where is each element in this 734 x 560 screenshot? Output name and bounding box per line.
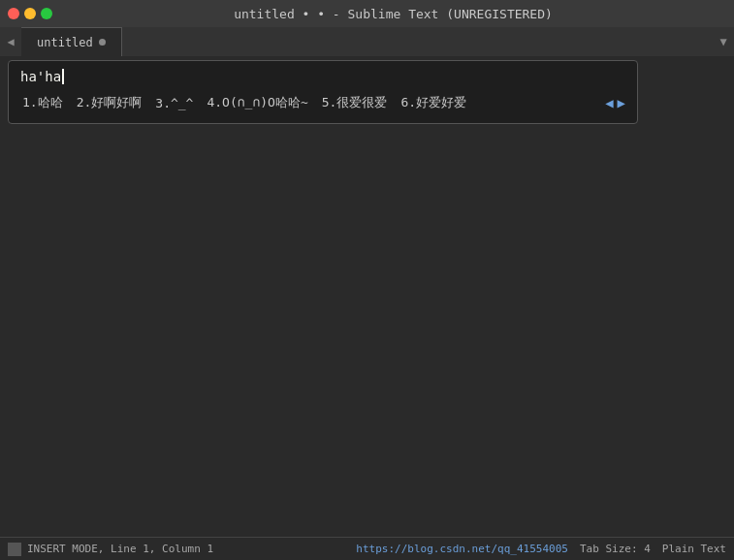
close-button[interactable] xyxy=(8,8,19,19)
autocomplete-next-button[interactable]: ▶ xyxy=(618,95,625,110)
maximize-button[interactable] xyxy=(41,8,52,19)
text-cursor xyxy=(62,69,64,84)
status-mode: INSERT MODE, Line 1, Column 1 xyxy=(27,543,213,555)
tab-label: untitled xyxy=(37,36,93,49)
minimize-button[interactable] xyxy=(24,8,36,19)
autocomplete-item-5[interactable]: 5.很爱很爱 xyxy=(320,94,390,111)
autocomplete-item-6[interactable]: 6.好爱好爱 xyxy=(399,94,468,111)
status-tab-size[interactable]: Tab Size: 4 xyxy=(580,543,651,555)
tab-dropdown-button[interactable]: ▼ xyxy=(713,27,734,56)
tab-bar: ◀ untitled ▼ xyxy=(0,27,734,56)
autocomplete-item-1[interactable]: 1.哈哈 xyxy=(20,94,65,111)
editor-area[interactable]: ha'ha 1.哈哈 2.好啊好啊 3.^_^ 4.O(∩_∩)O哈哈~ 5.很… xyxy=(0,56,734,537)
editor-input-line: ha'ha xyxy=(20,69,625,84)
autocomplete-item-2[interactable]: 2.好啊好啊 xyxy=(75,94,144,111)
status-right: https://blog.csdn.net/qq_41554005 Tab Si… xyxy=(356,543,726,555)
autocomplete-item-3[interactable]: 3.^_^ xyxy=(153,96,195,110)
status-icon xyxy=(8,543,21,556)
autocomplete-item-4[interactable]: 4.O(∩_∩)O哈哈~ xyxy=(205,94,309,111)
tab-untitled[interactable]: untitled xyxy=(21,27,122,56)
autocomplete-prev-button[interactable]: ◀ xyxy=(605,95,613,110)
tab-modified-dot xyxy=(99,39,106,46)
input-text: ha'ha xyxy=(20,69,61,84)
status-left: INSERT MODE, Line 1, Column 1 xyxy=(8,543,213,556)
tab-prev-button[interactable]: ◀ xyxy=(0,27,21,56)
status-link[interactable]: https://blog.csdn.net/qq_41554005 xyxy=(356,543,568,555)
autocomplete-items: 1.哈哈 2.好啊好啊 3.^_^ 4.O(∩_∩)O哈哈~ 5.很爱很爱 6.… xyxy=(20,94,625,111)
autocomplete-popup: ha'ha 1.哈哈 2.好啊好啊 3.^_^ 4.O(∩_∩)O哈哈~ 5.很… xyxy=(8,60,638,124)
window-title: untitled • • - Sublime Text (UNREGISTERE… xyxy=(60,7,726,21)
status-syntax[interactable]: Plain Text xyxy=(662,543,726,555)
title-bar: untitled • • - Sublime Text (UNREGISTERE… xyxy=(0,0,734,27)
status-bar: INSERT MODE, Line 1, Column 1 https://bl… xyxy=(0,537,734,560)
autocomplete-nav: ◀ ▶ xyxy=(605,95,625,110)
traffic-lights xyxy=(8,8,52,19)
